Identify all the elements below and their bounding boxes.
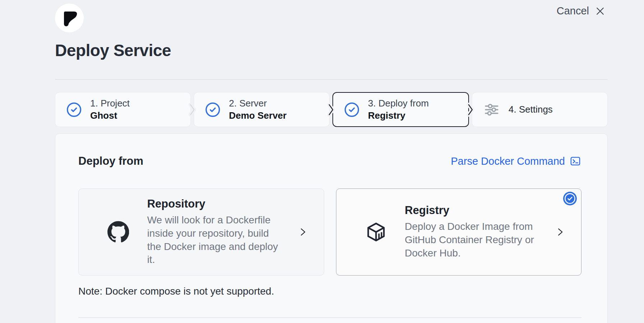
step-value: Ghost xyxy=(90,110,130,121)
header-divider xyxy=(55,79,608,80)
chevron-right-icon xyxy=(469,92,472,127)
cancel-label: Cancel xyxy=(557,5,589,17)
registry-option-card[interactable]: Registry Deploy a Docker Image from GitH… xyxy=(336,188,582,276)
compose-note: Note: Docker compose is not yet supporte… xyxy=(78,286,581,297)
chevron-right-icon xyxy=(191,92,194,127)
close-icon xyxy=(595,6,606,17)
sliders-icon xyxy=(483,101,500,118)
step-settings[interactable]: 4. Settings xyxy=(472,92,608,127)
github-icon xyxy=(107,219,129,245)
chevron-right-icon xyxy=(330,92,332,127)
step-label: 1. Project xyxy=(90,98,130,109)
brand-logo xyxy=(55,4,84,32)
wizard-stepper: 1. Project Ghost 2. Server Demo Server xyxy=(55,92,608,127)
step-label: 2. Server xyxy=(229,98,286,109)
section-title: Deploy from xyxy=(78,155,143,168)
step-value: Registry xyxy=(368,110,429,121)
parse-docker-command-label: Parse Docker Command xyxy=(451,155,565,167)
cancel-button[interactable]: Cancel xyxy=(557,5,606,17)
page-title: Deploy Service xyxy=(55,41,608,60)
repository-option-card[interactable]: Repository We will look for a Dockerfile… xyxy=(78,188,324,276)
step-project[interactable]: 1. Project Ghost xyxy=(55,92,191,127)
deploy-service-dialog: Cancel Deploy Service 1. Project Ghost xyxy=(55,0,608,323)
option-title: Repository xyxy=(147,197,279,210)
step-label: 3. Deploy from xyxy=(368,98,429,109)
check-badge-icon xyxy=(563,192,577,205)
panel-divider xyxy=(78,317,581,318)
step-label: 4. Settings xyxy=(509,104,553,115)
option-description: Deploy a Docker Image from GitHub Contai… xyxy=(405,220,537,260)
check-circle-icon xyxy=(66,102,82,118)
chevron-right-icon xyxy=(555,227,565,237)
parse-docker-command-link[interactable]: Parse Docker Command xyxy=(451,155,582,167)
terminal-icon xyxy=(569,155,581,167)
check-circle-icon xyxy=(344,102,360,118)
option-title: Registry xyxy=(405,204,537,217)
check-circle-icon xyxy=(205,102,221,118)
package-icon xyxy=(365,220,387,244)
option-description: We will look for a Dockerfile inside you… xyxy=(147,214,279,267)
step-deploy-from[interactable]: 3. Deploy from Registry xyxy=(332,92,469,127)
deploy-from-panel: Deploy from Parse Docker Command Reposit… xyxy=(55,133,608,323)
step-value: Demo Server xyxy=(229,110,286,121)
step-server[interactable]: 2. Server Demo Server xyxy=(194,92,330,127)
deploy-source-options: Repository We will look for a Dockerfile… xyxy=(78,188,581,276)
chevron-right-icon xyxy=(297,227,308,237)
